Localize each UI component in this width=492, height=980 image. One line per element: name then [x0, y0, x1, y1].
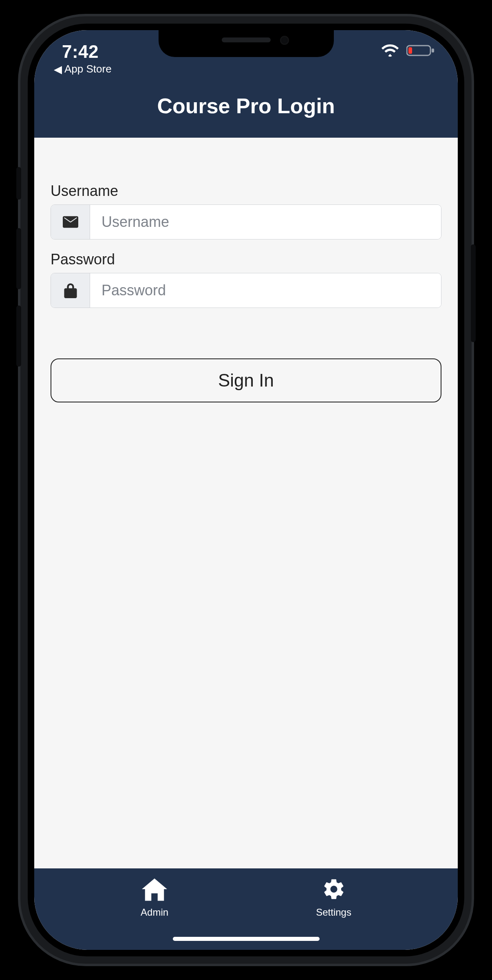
username-label: Username [51, 182, 441, 200]
login-form: Username Password Sign In [34, 138, 458, 868]
screen: 7:42 ◀ App Store [34, 30, 458, 950]
envelope-icon [51, 205, 90, 239]
home-icon [142, 877, 167, 903]
chevron-left-icon: ◀ [54, 64, 62, 75]
phone-power-button [471, 244, 476, 342]
tab-admin-label: Admin [141, 907, 168, 918]
username-input-group [51, 204, 441, 240]
tab-bar: Admin Settings [34, 868, 458, 950]
password-label: Password [51, 251, 441, 268]
home-indicator[interactable] [173, 937, 320, 941]
device-notch [159, 30, 334, 57]
phone-silent-switch [16, 167, 21, 200]
gear-icon [322, 877, 346, 903]
svg-rect-1 [432, 48, 434, 53]
back-to-appstore[interactable]: ◀ App Store [54, 63, 112, 75]
page-title: Course Pro Login [34, 94, 458, 118]
password-input[interactable] [90, 273, 441, 308]
back-label: App Store [64, 63, 112, 75]
tab-settings-label: Settings [316, 907, 351, 918]
username-input[interactable] [90, 205, 441, 239]
lock-icon [51, 273, 90, 308]
password-input-group [51, 273, 441, 308]
svg-rect-2 [408, 47, 412, 54]
phone-volume-up [16, 228, 21, 289]
battery-low-icon [406, 44, 435, 57]
app-header: Course Pro Login [34, 83, 458, 138]
status-time: 7:42 [62, 42, 99, 62]
wifi-icon [381, 44, 399, 57]
tab-admin[interactable]: Admin [141, 877, 168, 918]
phone-frame: 7:42 ◀ App Store [20, 16, 472, 964]
tab-settings[interactable]: Settings [316, 877, 351, 918]
sign-in-button[interactable]: Sign In [51, 358, 441, 402]
phone-volume-down [16, 305, 21, 367]
